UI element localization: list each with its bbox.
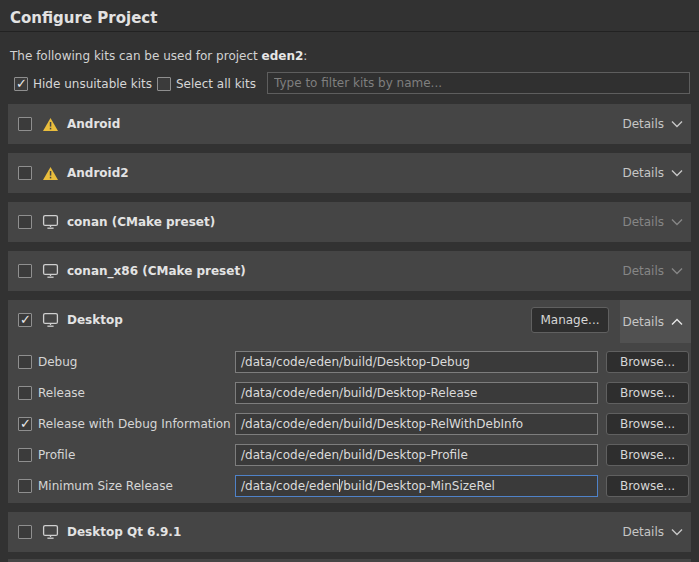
desktop-icon [42, 263, 59, 279]
build-config-row-minsizerel: Minimum Size Release /data/code/eden/bui… [8, 475, 691, 497]
kit-row-conan: conan (CMake preset) Details [8, 202, 691, 242]
details-button-desktop[interactable]: Details [620, 300, 691, 343]
browse-button-profile[interactable]: Browse... [606, 444, 689, 466]
build-config-row-debug: Debug /data/code/eden/build/Desktop-Debu… [8, 351, 691, 373]
manage-button[interactable]: Manage... [531, 307, 609, 333]
hide-unsuitable-kits-label: Hide unsuitable kits [33, 77, 152, 91]
build-config-row-profile: Profile /data/code/eden/build/Desktop-Pr… [8, 444, 691, 466]
details-button-android[interactable]: Details [622, 104, 683, 144]
select-all-kits-checkbox[interactable]: Select all kits [157, 77, 256, 91]
kit-row-desktop-qt: Desktop Qt 6.9.1 Details [8, 512, 691, 552]
build-dir-input-minsizerel[interactable]: /data/code/eden/build/Desktop-MinSizeRel [235, 475, 598, 497]
browse-button-release[interactable]: Browse... [606, 382, 689, 404]
chevron-down-icon [671, 264, 683, 278]
details-button-conan[interactable]: Details [622, 202, 683, 242]
build-config-row-release: Release /data/code/eden/build/Desktop-Re… [8, 382, 691, 404]
build-dir-input-debug[interactable]: /data/code/eden/build/Desktop-Debug [235, 351, 598, 373]
browse-button-debug[interactable]: Browse... [606, 351, 689, 373]
config-checkbox-debug[interactable] [18, 355, 32, 369]
kit-name: Android2 [67, 166, 129, 180]
kit-name: Desktop Qt 6.9.1 [67, 525, 181, 539]
page-title: Configure Project [10, 9, 157, 27]
kit-name: Desktop [67, 313, 123, 327]
config-label-minsizerel: Minimum Size Release [38, 475, 173, 497]
config-label-profile: Profile [38, 444, 75, 466]
kit-row-android2: Android2 Details [8, 153, 691, 193]
warning-icon [42, 165, 59, 181]
kit-row-android: Android Details [8, 104, 691, 144]
checkbox-icon[interactable] [14, 77, 28, 91]
chevron-down-icon [671, 215, 683, 229]
kit-name: Android [67, 117, 120, 131]
kit-row-conan-x86: conan_x86 (CMake preset) Details [8, 251, 691, 291]
title-separator [0, 31, 699, 32]
details-button-desktop-qt[interactable]: Details [622, 512, 683, 552]
text-caret [339, 479, 340, 492]
config-label-debug: Debug [38, 351, 77, 373]
build-dir-input-relwithdebinfo[interactable]: /data/code/eden/build/Desktop-RelWithDeb… [235, 413, 598, 435]
build-dir-input-release[interactable]: /data/code/eden/build/Desktop-Release [235, 382, 598, 404]
config-checkbox-profile[interactable] [18, 448, 32, 462]
select-all-kits-label: Select all kits [176, 77, 256, 91]
intro-text: The following kits can be used for proje… [10, 49, 307, 63]
chevron-down-icon [671, 166, 683, 180]
browse-button-minsizerel[interactable]: Browse... [606, 475, 689, 497]
details-button-conan-x86[interactable]: Details [622, 251, 683, 291]
desktop-icon [42, 312, 59, 328]
config-label-release: Release [38, 382, 85, 404]
kit-checkbox-android[interactable] [18, 117, 32, 131]
project-name: eden2 [262, 49, 304, 63]
kit-checkbox-desktop-qt[interactable] [18, 525, 32, 539]
build-config-row-relwithdebinfo: Release with Debug Information /data/cod… [8, 413, 691, 435]
desktop-icon [42, 214, 59, 230]
chevron-up-icon [671, 315, 683, 329]
details-button-android2[interactable]: Details [622, 153, 683, 193]
build-dir-input-profile[interactable]: /data/code/eden/build/Desktop-Profile [235, 444, 598, 466]
config-label-relwithdebinfo: Release with Debug Information [38, 413, 231, 435]
kit-checkbox-conan-x86[interactable] [18, 264, 32, 278]
kit-checkbox-android2[interactable] [18, 166, 32, 180]
kit-name: conan_x86 (CMake preset) [67, 264, 246, 278]
kit-row-desktop: Desktop Manage... Details Debug /data/co… [8, 300, 691, 503]
kit-checkbox-desktop[interactable] [18, 313, 32, 327]
chevron-down-icon [671, 525, 683, 539]
configure-project-page: Configure Project The following kits can… [0, 0, 699, 562]
kit-filter-input[interactable] [267, 72, 690, 94]
browse-button-relwithdebinfo[interactable]: Browse... [606, 413, 689, 435]
checkbox-icon[interactable] [157, 77, 171, 91]
config-checkbox-minsizerel[interactable] [18, 479, 32, 493]
config-checkbox-relwithdebinfo[interactable] [18, 417, 32, 431]
chevron-down-icon [671, 117, 683, 131]
kit-checkbox-conan[interactable] [18, 215, 32, 229]
desktop-icon [42, 524, 59, 540]
hide-unsuitable-kits-checkbox[interactable]: Hide unsuitable kits [14, 77, 152, 91]
kit-name: conan (CMake preset) [67, 215, 215, 229]
config-checkbox-release[interactable] [18, 386, 32, 400]
warning-icon [42, 116, 59, 132]
